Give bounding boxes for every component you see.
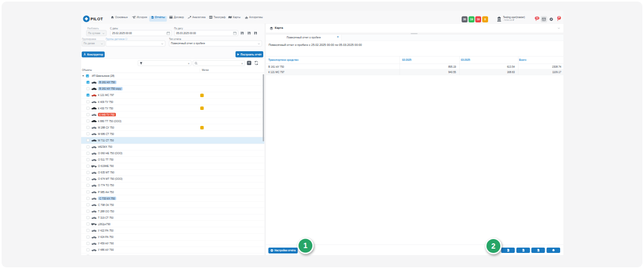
svg-text:10: 10 [536,17,539,19]
svg-text:P: P [558,17,560,19]
